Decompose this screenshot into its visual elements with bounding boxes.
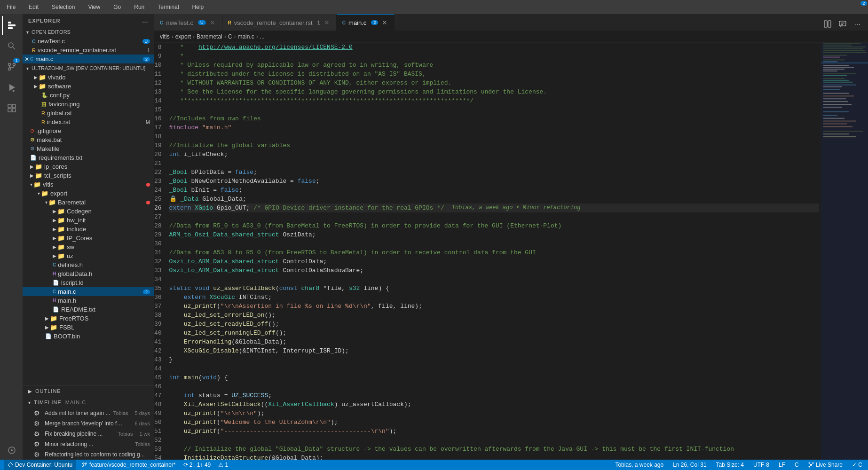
timeline-header[interactable]: ▾ TIMELINE main.c bbox=[23, 397, 154, 408]
svg-rect-27 bbox=[823, 48, 863, 49]
tree-hwinit[interactable]: ▶ 📁 hw_init bbox=[23, 216, 154, 225]
sidebar-more-button[interactable]: ... bbox=[142, 18, 148, 24]
tab-vscode-rst[interactable]: R vscode_remote_container.rst 1 ✕ bbox=[222, 14, 337, 31]
activity-remote[interactable]: 2 bbox=[2, 441, 21, 460]
breadcrumb-c[interactable]: C bbox=[228, 33, 232, 40]
tree-ipcores2[interactable]: ▶ 📁 IP_Cores bbox=[23, 234, 154, 243]
breadcrumb-more[interactable]: ... bbox=[260, 33, 265, 40]
tree-definesh[interactable]: C defines.h bbox=[23, 260, 154, 269]
svg-rect-46 bbox=[823, 89, 840, 90]
tree-globaldatah[interactable]: H globalData.h bbox=[23, 269, 154, 278]
timeline-item-5[interactable]: ⚙ Refactoring led to conform to coding g… bbox=[23, 449, 154, 460]
breadcrumb-baremetal[interactable]: Baremetal bbox=[197, 33, 222, 40]
ln-col[interactable]: Ln 26, Col 31 bbox=[671, 462, 708, 468]
tree-readme[interactable]: 📄 README.txt bbox=[23, 305, 154, 314]
tree-mainh[interactable]: H main.h bbox=[23, 296, 154, 305]
code-content[interactable]: * http://www.apache.org/licenses/LICENSE… bbox=[167, 43, 821, 460]
outline-header[interactable]: ▶ OUTLINE bbox=[23, 385, 154, 397]
tree-lscriptld[interactable]: 📄 lscript.ld bbox=[23, 278, 154, 287]
tree-globalrst[interactable]: R global.rst bbox=[23, 109, 154, 118]
menu-go[interactable]: Go bbox=[110, 2, 124, 12]
open-editors-header[interactable]: ▾ OPEN EDITORS bbox=[23, 27, 154, 37]
tree-export[interactable]: ▾ 📁 export bbox=[23, 189, 154, 198]
tree-makebat[interactable]: ⚙ make.bat bbox=[23, 135, 154, 144]
tree-baremetal[interactable]: ▾ 📁 Baremetal bbox=[23, 198, 154, 207]
code-line-53: // Initialize the global "Global_Data" s… bbox=[169, 445, 819, 454]
svg-point-3 bbox=[8, 43, 13, 47]
tab-mainc[interactable]: C main.c 2 ✕ bbox=[337, 14, 395, 31]
rst-icon: R bbox=[41, 119, 45, 125]
menu-help[interactable]: Help bbox=[189, 2, 207, 12]
tree-gitignore[interactable]: ⊙ .gitignore bbox=[23, 126, 154, 135]
remote-indicator[interactable]: Dev Container: Ubuntu bbox=[4, 460, 76, 470]
sync-status[interactable]: ⟳ 2↓ 1↑ 49 bbox=[181, 462, 213, 468]
git-blame-status[interactable]: Tobias, a week ago bbox=[613, 462, 665, 468]
tab-close-newtest[interactable]: ✕ bbox=[209, 19, 216, 26]
tree-fsbl[interactable]: ▶ 📁 FSBL bbox=[23, 323, 154, 332]
menu-edit[interactable]: Edit bbox=[26, 2, 41, 12]
menu-file[interactable]: File bbox=[4, 2, 18, 12]
project-header[interactable]: ▾ ULTRAZOHM_SW [DEV CONTAINER: UBUNTU] bbox=[23, 63, 154, 73]
tree-tclscripts[interactable]: ▶ 📁 tcl_scripts bbox=[23, 171, 154, 180]
tree-vivado[interactable]: ▶ 📁 vivado bbox=[23, 73, 154, 82]
tree-mainc[interactable]: C main.c 2 bbox=[23, 287, 154, 296]
timeline-item-4[interactable]: ⚙ Minor refactoring ... Tobias bbox=[23, 439, 154, 449]
code-line-52 bbox=[169, 436, 819, 445]
tab-close-rst[interactable]: ✕ bbox=[323, 19, 331, 26]
tab-newtest[interactable]: C newTest.c U ✕ bbox=[154, 14, 222, 31]
timeline-item-2[interactable]: ⚙ Merge branch 'develop' into featu... 6… bbox=[23, 418, 154, 429]
inline-chat-icon[interactable] bbox=[836, 17, 849, 31]
timeline-item-3[interactable]: ⚙ Fix breaking pipeline ... Tobias 1 wk bbox=[23, 429, 154, 439]
open-editor-mainc[interactable]: ✕ C main.c 2 bbox=[23, 55, 154, 63]
git-branch[interactable]: feature/vscode_remote_container* bbox=[80, 462, 177, 468]
live-share[interactable]: Live Share bbox=[806, 462, 844, 468]
tree-requirements[interactable]: 📄 requirements.txt bbox=[23, 153, 154, 162]
tree-include[interactable]: ▶ 📁 include bbox=[23, 225, 154, 234]
activity-run[interactable] bbox=[2, 78, 21, 97]
checkmark-status[interactable]: ✓ C bbox=[850, 462, 864, 468]
open-editor-newtest[interactable]: C newTest.c U bbox=[23, 37, 154, 46]
tree-uz[interactable]: ▶ 📁 uz bbox=[23, 251, 154, 260]
tree-bootbin[interactable]: 📄 BOOT.bin bbox=[23, 332, 154, 341]
tree-freertos[interactable]: ▶ 📁 FreeRTOS bbox=[23, 314, 154, 323]
open-editor-vscode-rst[interactable]: R vscode_remote_container.rst 1 bbox=[23, 46, 154, 55]
menu-selection[interactable]: Selection bbox=[49, 2, 78, 12]
breadcrumb-export[interactable]: export bbox=[175, 33, 191, 40]
breadcrumb-vitis[interactable]: vitis bbox=[160, 33, 170, 40]
tree-software[interactable]: ▶ 📁 software bbox=[23, 82, 154, 91]
menu-terminal[interactable]: Terminal bbox=[155, 2, 181, 12]
language-mode[interactable]: C bbox=[793, 462, 801, 468]
activity-source-control[interactable]: 1 bbox=[2, 57, 21, 76]
svg-rect-36 bbox=[823, 69, 844, 70]
eol[interactable]: LF bbox=[777, 462, 787, 468]
close-editor-icon[interactable]: ✕ bbox=[24, 56, 29, 63]
menu-view[interactable]: View bbox=[85, 2, 103, 12]
breadcrumb: vitis › export › Baremetal › C › main.c … bbox=[154, 31, 868, 43]
code-line-12: * WITHOUT WARRANTIES OR CONDITIONS OF AN… bbox=[169, 78, 819, 87]
tree-ipcores[interactable]: ▶ 📁 ip_cores bbox=[23, 162, 154, 171]
tree-indexrst[interactable]: R index.rst M bbox=[23, 118, 154, 126]
split-editor-icon[interactable] bbox=[821, 17, 834, 31]
tree-confpy[interactable]: 🐍 conf.py bbox=[23, 91, 154, 100]
menu-run[interactable]: Run bbox=[131, 2, 147, 12]
tab-size[interactable]: Tab Size: 4 bbox=[714, 462, 746, 468]
folder-icon: 📁 bbox=[57, 252, 65, 259]
code-line-36: extern XScuGic INTCInst; bbox=[169, 293, 819, 302]
tree-sw[interactable]: ▶ 📁 sw bbox=[23, 243, 154, 251]
more-actions-icon[interactable]: ··· bbox=[851, 17, 864, 31]
svg-point-66 bbox=[808, 462, 810, 464]
tree-vitis[interactable]: ▾ 📁 vitis bbox=[23, 180, 154, 189]
encoding[interactable]: UTF-8 bbox=[751, 462, 771, 468]
activity-explorer[interactable] bbox=[2, 16, 21, 35]
svg-rect-30 bbox=[823, 55, 847, 56]
menu-bar[interactable]: File Edit Selection View Go Run Terminal… bbox=[4, 2, 206, 12]
tree-makefile[interactable]: ⚙ Makefile bbox=[23, 144, 154, 153]
activity-extensions[interactable] bbox=[2, 99, 21, 118]
activity-search[interactable] bbox=[2, 37, 21, 55]
tree-codegen[interactable]: ▶ 📁 Codegen bbox=[23, 207, 154, 216]
error-status[interactable]: ⚠ 1 bbox=[216, 462, 230, 468]
tab-close-mainc[interactable]: ✕ bbox=[381, 19, 388, 26]
tree-favicon[interactable]: 🖼 favicon.png bbox=[23, 100, 154, 109]
breadcrumb-file[interactable]: main.c bbox=[237, 33, 254, 40]
timeline-item-1[interactable]: ⚙ Adds init for timer again ... Tobias 5… bbox=[23, 408, 154, 418]
